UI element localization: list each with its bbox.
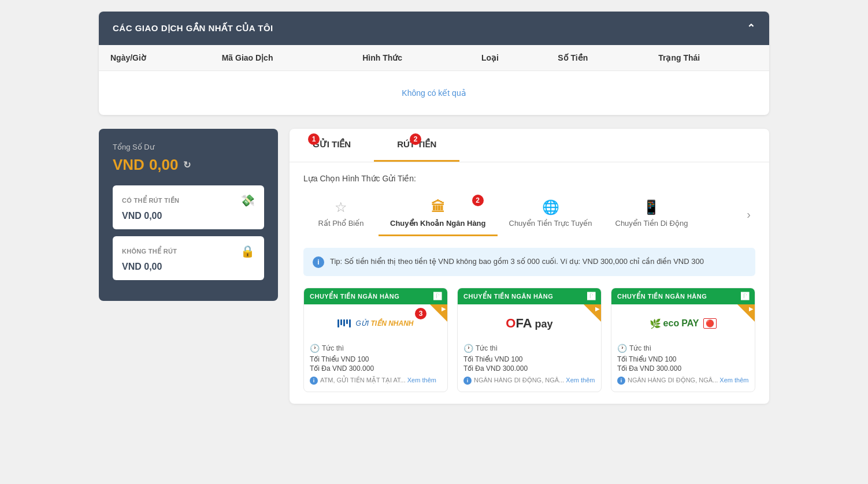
balance-value: 0,00 [149,156,179,174]
card-2-header-text: CHUYỂN TIỀN NGÂN HÀNG [463,293,553,300]
method-chuyen-khoan-label: Chuyển Khoản Ngân Hàng [390,219,486,228]
bank-icon: 🏛 [431,199,445,215]
card-3-corner-icon: ▶ [749,306,754,312]
card-1-max: Tối Đa VND 300.000 [310,364,442,373]
table-header-row: Ngày/Giờ Mã Giao Dịch Hình Thức Loại Số … [99,45,769,71]
method-rat-pho-bien[interactable]: ☆ Rất Phổ Biến [303,192,379,236]
col-date: Ngày/Giờ [99,45,210,71]
payment-cards: CHUYỂN TIỀN NGÂN HÀNG 🅿 ▶ G [303,288,755,392]
col-code: Mã Giao Dịch [210,45,351,71]
tab-gui-tien[interactable]: GỬI TIỀN 1 [290,129,374,162]
non-withdrawable-label: KHÔNG THỂ RÚT 🔒 [122,244,255,258]
method-options: ☆ Rất Phổ Biến 2 🏛 Chuyển Khoản Ngân Hàn… [303,192,755,236]
no-result-row: Không có kết quả [99,71,769,116]
tab-rut-tien[interactable]: RÚT TIỀN 2 [374,129,459,162]
col-status: Trạng Thái [647,45,769,71]
card-2-header-icon: 🅿 [587,292,596,301]
card-1-info-row: i ATM, GỬI TIỀN MẶT TẠI AT... Xem thêm [310,376,442,385]
method-di-dong-label: Chuyển Tiền Di Động [615,219,688,228]
card-2-info-row: i NGÂN HÀNG DI ĐỘNG, NGÂ... Xem thêm [463,376,595,385]
withdrawable-card: CÓ THỂ RÚT TIỀN 💸 VND 0,00 [113,185,264,229]
clock-icon-2: 🕐 [463,344,473,353]
withdrawable-label: CÓ THỂ RÚT TIỀN 💸 [122,193,255,207]
globe-icon: 🌐 [542,199,559,215]
non-withdrawable-card: KHÔNG THỂ RÚT 🔒 VND 0,00 [113,236,264,280]
transactions-header: CÁC GIAO DỊCH GẦN NHẤT CỦA TÔI ⌃ [99,12,769,45]
mobile-icon: 📱 [643,199,660,215]
card-3-header: CHUYỂN TIỀN NGÂN HÀNG 🅿 [611,288,755,304]
withdrawable-amount: VND 0,00 [122,211,255,221]
gui-tien-nhanh-text: GỬI TIỀN NHANH [355,319,413,327]
cash-icon: 💸 [240,193,255,207]
next-arrow[interactable]: › [742,208,755,221]
col-amount: Số Tiền [546,45,647,71]
method-chuyen-khoan[interactable]: 2 🏛 Chuyển Khoản Ngân Hàng [379,192,498,236]
tabs: GỬI TIỀN 1 RÚT TIỀN 2 [290,129,769,162]
card-2-logo-area: ▶ OFA pay [458,304,601,339]
card-2-max: Tối Đa VND 300.000 [463,364,595,373]
method-truc-tuyen[interactable]: 🌐 Chuyển Tiền Trực Tuyến [498,192,604,236]
info-icon: i [313,256,324,268]
card-3-info-row: i NGÂN HÀNG DI ĐỘNG, NGÂ... Xem thêm [617,376,749,385]
method-badge-2: 2 [472,195,484,206]
card-3-instant: 🕐 Tức thì [617,344,749,353]
card-1-logo: GỬI TIỀN NHANH [337,319,413,327]
method-di-dong[interactable]: 📱 Chuyển Tiền Di Động [604,192,700,236]
transactions-title: CÁC GIAO DỊCH GẦN NHẤT CỦA TÔI [113,23,273,33]
panel-body: Lựa Chọn Hình Thức Gửi Tiền: ☆ Rất Phổ B… [290,162,769,404]
card-3-body: 🕐 Tức thì Tối Thiểu VND 100 Tối Đa VND 3… [611,339,755,392]
main-container: CÁC GIAO DỊCH GẦN NHẤT CỦA TÔI ⌃ Ngày/Gi… [99,12,769,404]
card-2-info-icon: i [463,377,472,385]
card-1-info-text: ATM, GỬI TIỀN MẶT TẠI AT... Xem thêm [320,376,436,385]
card-1-logo-area: ▶ GỬI TIỀN NHANH 3 [304,304,447,339]
right-panel: GỬI TIỀN 1 RÚT TIỀN 2 Lựa Chọn Hình Thức… [290,129,769,404]
bottom-section: Tổng Số Dư VND 0,00 ↻ CÓ THỂ RÚT TIỀN 💸 … [99,129,769,404]
card-2-instant: 🕐 Tức thì [463,344,595,353]
card-3-xem-them[interactable]: Xem thêm [719,377,748,384]
card-1-info-icon: i [310,377,318,385]
clock-icon-1: 🕐 [310,344,320,353]
card-ecopay[interactable]: CHUYỂN TIỀN NGÂN HÀNG 🅿 ▶ 🌿 ecoPAY 🔴 [611,288,755,392]
card-2-min: Tối Thiểu VND 100 [463,355,595,363]
ofapay-logo: OFA pay [506,316,552,331]
eco-leaf-icon: 🌿 [650,318,661,329]
card-3-info-icon: i [617,377,625,385]
card-2-info-text: NGÂN HÀNG DI ĐỘNG, NGÂ... Xem thêm [474,376,595,385]
col-type: Loại [470,45,546,71]
transactions-section: CÁC GIAO DỊCH GẦN NHẤT CỦA TÔI ⌃ Ngày/Gi… [99,12,769,115]
card-1-xem-them[interactable]: Xem thêm [407,377,436,384]
balance-label: Tổng Số Dư [113,143,264,151]
star-icon: ☆ [335,199,347,215]
card-1-header-text: CHUYỂN TIỀN NGÂN HÀNG [310,293,399,300]
card-ofapay[interactable]: CHUYỂN TIỀN NGÂN HÀNG 🅿 ▶ OFA pay [457,288,602,392]
card-gui-tien-nhanh[interactable]: CHUYỂN TIỀN NGÂN HÀNG 🅿 ▶ G [303,288,448,392]
card-1-header-icon: 🅿 [433,292,442,301]
locked-cash-icon: 🔒 [240,244,255,258]
ecopay-logo: 🌿 ecoPAY 🔴 [650,318,717,329]
card-1-body: 🕐 Tức thì Tối Thiểu VND 100 Tối Đa VND 3… [304,339,447,392]
card-2-header: CHUYỂN TIỀN NGÂN HÀNG 🅿 [458,288,601,304]
card-3-header-text: CHUYỂN TIỀN NGÂN HÀNG [617,293,707,300]
card-1-min: Tối Thiểu VND 100 [310,355,442,363]
card-1-badge: 3 [415,308,426,319]
card-1-corner-icon: ▶ [442,306,446,312]
no-result-text: Không có kết quả [99,71,769,116]
card-3-header-icon: 🅿 [741,292,750,301]
tab-gui-badge: 1 [308,133,320,145]
card-2-corner-icon: ▶ [595,306,600,312]
clock-icon-3: 🕐 [617,344,627,353]
card-3-max: Tối Đa VND 300.000 [617,364,749,373]
card-3-info-text: NGÂN HÀNG DI ĐỘNG, NGÂ... Xem thêm [628,376,749,385]
non-withdrawable-amount: VND 0,00 [122,262,255,272]
info-box: i Tip: Số tiền hiển thị theo tiền tệ VND… [303,248,755,276]
logo-stripes [337,319,351,327]
card-1-instant: 🕐 Tức thì [310,344,442,353]
card-2-xem-them[interactable]: Xem thêm [566,377,595,384]
refresh-icon[interactable]: ↻ [183,159,191,170]
balance-amount: VND 0,00 ↻ [113,156,264,174]
collapse-chevron[interactable]: ⌃ [747,22,756,35]
balance-currency: VND [113,156,144,174]
transactions-table: Ngày/Giờ Mã Giao Dịch Hình Thức Loại Số … [99,45,769,115]
card-2-body: 🕐 Tức thì Tối Thiểu VND 100 Tối Đa VND 3… [458,339,601,392]
col-method: Hình Thức [351,45,470,71]
